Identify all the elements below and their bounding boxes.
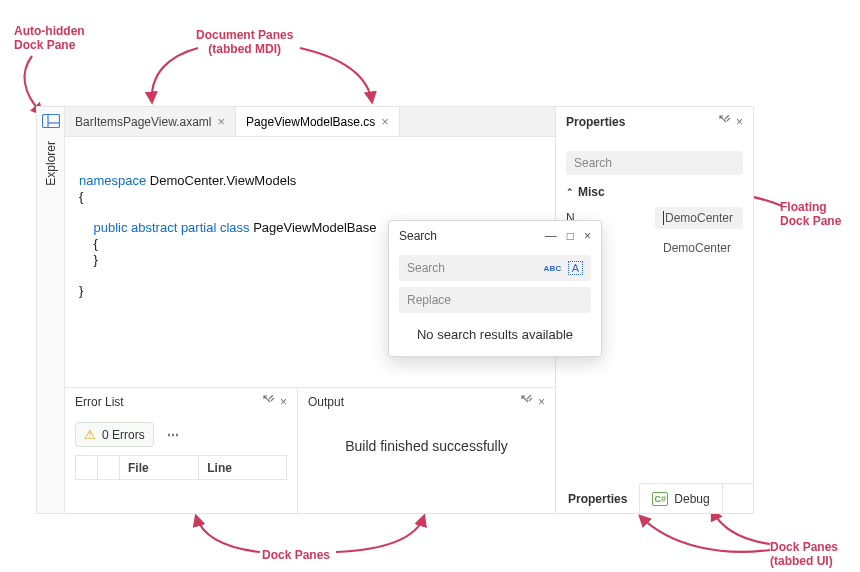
- search-input[interactable]: Search ABC A: [399, 255, 591, 281]
- tab-debug[interactable]: C# Debug: [640, 484, 722, 513]
- property-value-input[interactable]: DemoCenter: [655, 207, 743, 229]
- pin-icon[interactable]: [719, 115, 730, 129]
- code-text: PageViewModelBase: [250, 220, 377, 235]
- code-text: DemoCenter.ViewModels: [146, 173, 296, 188]
- maximize-button[interactable]: □: [567, 229, 574, 243]
- dock-layout-icon[interactable]: [41, 111, 61, 131]
- autohide-strip: Explorer: [37, 107, 65, 513]
- tab-label: Properties: [568, 492, 627, 506]
- close-icon[interactable]: ×: [381, 114, 389, 129]
- floating-window-title: Search: [399, 229, 437, 243]
- table-header-empty: [98, 456, 120, 480]
- code-text: }: [79, 252, 98, 267]
- floating-window-body: Search ABC A Replace No search results a…: [389, 251, 601, 356]
- output-pane: Output × Build finished successfully: [297, 388, 555, 513]
- document-tab[interactable]: PageViewModelBase.cs ×: [236, 107, 400, 136]
- tab-label: Debug: [674, 492, 709, 506]
- right-dock-tabstrip: Properties C# Debug: [556, 483, 753, 513]
- svg-rect-0: [42, 115, 59, 128]
- callout-dock-panes: Dock Panes: [262, 548, 330, 562]
- table-header-file: File: [120, 456, 199, 480]
- close-icon[interactable]: ×: [538, 395, 545, 409]
- callout-autohide: Auto-hiddenDock Pane: [14, 24, 85, 53]
- replace-placeholder: Replace: [407, 293, 451, 307]
- keyword: public abstract partial class: [79, 220, 250, 235]
- pane-header: Output ×: [298, 388, 555, 416]
- error-list-pane: Error List × ⚠ 0 Errors ⋯: [65, 388, 297, 513]
- match-case-icon[interactable]: ABC: [543, 264, 561, 273]
- output-body: Build finished successfully: [298, 416, 555, 513]
- bottom-dock-row: Error List × ⚠ 0 Errors ⋯: [65, 387, 555, 513]
- callout-tabbed-ui: Dock Panes(tabbed UI): [770, 540, 838, 569]
- no-results-message: No search results available: [399, 319, 591, 346]
- close-icon[interactable]: ×: [280, 395, 287, 409]
- pane-title: Properties: [566, 115, 625, 129]
- whole-word-icon[interactable]: A: [568, 261, 583, 275]
- section-label: Misc: [578, 185, 605, 199]
- document-tab[interactable]: BarItemsPageView.axaml ×: [65, 107, 236, 136]
- document-tab-label: PageViewModelBase.cs: [246, 115, 375, 129]
- search-placeholder: Search: [407, 261, 445, 275]
- close-icon[interactable]: ×: [584, 229, 591, 243]
- section-header-misc[interactable]: ⌃ Misc: [556, 183, 753, 203]
- code-text: }: [79, 283, 83, 298]
- replace-input[interactable]: Replace: [399, 287, 591, 313]
- error-table: File Line: [75, 455, 287, 480]
- document-tabstrip: BarItemsPageView.axaml × PageViewModelBa…: [65, 107, 555, 137]
- output-message: Build finished successfully: [345, 438, 508, 454]
- pane-title: Output: [308, 395, 344, 409]
- property-value: DemoCenter: [655, 237, 743, 259]
- chevron-down-icon: ⌃: [566, 187, 574, 197]
- table-header-line: Line: [199, 456, 287, 480]
- close-icon[interactable]: ×: [736, 115, 743, 129]
- csharp-icon: C#: [652, 492, 668, 506]
- pane-header: Error List ×: [65, 388, 297, 416]
- floating-search-window[interactable]: Search — □ × Search ABC A Replace No sea…: [388, 220, 602, 357]
- callout-document-panes: Document Panes(tabbed MDI): [196, 28, 293, 57]
- warning-icon: ⚠: [84, 427, 96, 442]
- pane-header: Properties ×: [556, 107, 753, 137]
- floating-window-titlebar[interactable]: Search — □ ×: [389, 221, 601, 251]
- pane-title: Error List: [75, 395, 124, 409]
- close-icon[interactable]: ×: [218, 114, 226, 129]
- code-text: {: [79, 236, 98, 251]
- callout-floating: FloatingDock Pane: [780, 200, 841, 229]
- overflow-button[interactable]: ⋯: [167, 428, 179, 442]
- code-text: {: [79, 189, 83, 204]
- error-count-label: 0 Errors: [102, 428, 145, 442]
- minimize-button[interactable]: —: [545, 229, 557, 243]
- document-tab-label: BarItemsPageView.axaml: [75, 115, 212, 129]
- autohide-tab-explorer[interactable]: Explorer: [44, 135, 58, 192]
- error-count-badge[interactable]: ⚠ 0 Errors: [75, 422, 154, 447]
- pin-icon[interactable]: [521, 395, 532, 409]
- pin-icon[interactable]: [263, 395, 274, 409]
- properties-search-input[interactable]: Search: [566, 151, 743, 175]
- tab-properties[interactable]: Properties: [556, 483, 640, 513]
- table-header-empty: [76, 456, 98, 480]
- error-list-body: ⚠ 0 Errors ⋯ File Line: [65, 416, 297, 513]
- keyword: namespace: [79, 173, 146, 188]
